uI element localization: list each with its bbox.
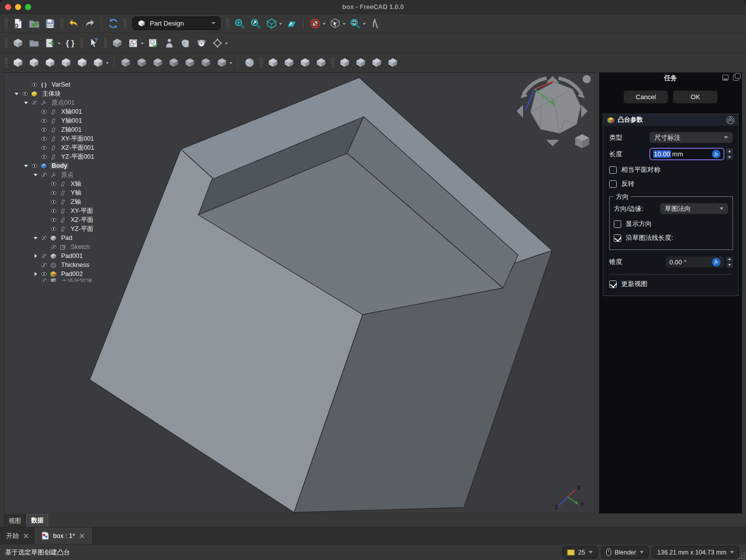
collapse-section-icon[interactable] bbox=[726, 116, 734, 124]
tree-item-label[interactable]: Y轴 bbox=[69, 189, 83, 197]
toolbar-drag-handle[interactable] bbox=[226, 18, 229, 29]
collapse-arrow-icon[interactable] bbox=[24, 165, 28, 169]
tree-item-Pad[interactable]: Pad bbox=[10, 233, 145, 242]
tree-item-label[interactable]: XY-平面001 bbox=[60, 135, 96, 143]
create-varset-button[interactable] bbox=[63, 36, 78, 51]
tree-item-YZ-平面[interactable]: YZ-平面 bbox=[10, 224, 145, 233]
tree-item-label[interactable]: XY-平面 bbox=[69, 207, 95, 215]
tree-item-label[interactable]: XZ-平面 bbox=[69, 216, 95, 224]
tree-item-label[interactable]: 原点 bbox=[60, 171, 75, 179]
fit-all-button[interactable] bbox=[232, 16, 247, 31]
visibility-off-icon[interactable] bbox=[31, 100, 38, 106]
tree-item-label[interactable]: X轴 bbox=[69, 180, 83, 188]
create-datum-button[interactable] bbox=[162, 36, 177, 51]
tree-item-label[interactable]: Z轴 bbox=[69, 198, 82, 206]
collapse-panel-icon[interactable] bbox=[722, 75, 728, 81]
tree-item-XY-平面001[interactable]: XY-平面001 bbox=[10, 134, 145, 143]
create-body-button[interactable] bbox=[110, 36, 125, 51]
tree-item-label[interactable]: YZ-平面001 bbox=[60, 153, 96, 161]
chevron-down-icon[interactable] bbox=[141, 43, 144, 46]
polar-pattern-button[interactable] bbox=[369, 55, 384, 70]
toolbar-drag-handle[interactable] bbox=[5, 18, 8, 29]
tree-item-label[interactable]: Sketch bbox=[69, 243, 91, 250]
tree-item-label[interactable]: YZ-平面 bbox=[69, 225, 95, 233]
tree-item-label[interactable]: Pad bbox=[60, 234, 74, 241]
toolbar-drag-handle[interactable] bbox=[123, 18, 127, 29]
create-shapebinder-button[interactable] bbox=[178, 36, 193, 51]
tree-item-原点[interactable]: 原点 bbox=[10, 170, 145, 179]
tree-item-X轴[interactable]: X轴 bbox=[10, 179, 145, 188]
pad-button[interactable] bbox=[11, 55, 26, 70]
collapse-arrow-icon[interactable] bbox=[15, 93, 19, 97]
tree-item-XZ-平面[interactable]: XZ-平面 bbox=[10, 215, 145, 224]
visibility-on-icon[interactable] bbox=[41, 145, 48, 151]
collapse-arrow-icon[interactable] bbox=[34, 174, 38, 178]
chevron-down-icon[interactable] bbox=[229, 62, 232, 66]
tab-document-box[interactable]: box : 1* ✕ bbox=[35, 527, 92, 544]
refresh-button[interactable] bbox=[106, 16, 121, 31]
chamfer-button[interactable] bbox=[282, 55, 297, 70]
box-element-selection-button[interactable] bbox=[328, 16, 343, 31]
chevron-down-icon[interactable] bbox=[343, 23, 346, 27]
tree-item-Pad001[interactable]: Pad001 bbox=[10, 251, 145, 260]
visibility-off-icon[interactable] bbox=[50, 244, 57, 250]
chevron-down-icon[interactable] bbox=[363, 23, 366, 27]
create-sketch-button[interactable] bbox=[126, 36, 141, 51]
tree-item-Thickness[interactable]: Thickness bbox=[10, 260, 145, 269]
toolbar-drag-handle[interactable] bbox=[331, 57, 335, 68]
tab-start[interactable]: 开始 ✕ bbox=[0, 527, 35, 544]
additive-primitive-button[interactable] bbox=[91, 55, 106, 70]
boolean-operation-button[interactable] bbox=[242, 55, 257, 70]
subtractive-loft-button[interactable] bbox=[166, 55, 181, 70]
create-datum-object-button[interactable] bbox=[210, 36, 225, 51]
hole-button[interactable] bbox=[134, 55, 149, 70]
revolution-button[interactable] bbox=[27, 55, 42, 70]
length-input[interactable]: 10.00 mm fx bbox=[649, 148, 724, 160]
multi-transform-button[interactable] bbox=[385, 55, 400, 70]
visibility-on-icon[interactable] bbox=[41, 109, 48, 115]
tree-item-Z轴001[interactable]: Z轴001 bbox=[10, 125, 145, 134]
show-direction-checkbox[interactable] bbox=[614, 220, 621, 228]
visibility-on-icon[interactable] bbox=[50, 199, 57, 205]
mirrored-button[interactable] bbox=[337, 55, 352, 70]
visibility-on-icon[interactable] bbox=[31, 163, 38, 169]
fillet-button[interactable] bbox=[266, 55, 281, 70]
tree-item-XZ-平面001[interactable]: XZ-平面001 bbox=[10, 143, 145, 152]
groove-button[interactable] bbox=[150, 55, 165, 70]
new-document-button[interactable] bbox=[11, 16, 26, 31]
axonometric-view-button[interactable] bbox=[264, 16, 279, 31]
additive-loft-button[interactable] bbox=[43, 55, 58, 70]
tree-item-label[interactable]: VarSet bbox=[50, 81, 72, 88]
tree-item-label[interactable]: Y轴001 bbox=[60, 117, 84, 125]
create-part-button[interactable] bbox=[11, 36, 26, 51]
visibility-off-icon[interactable] bbox=[41, 262, 48, 268]
visibility-on-icon[interactable] bbox=[41, 127, 48, 133]
close-tab-icon[interactable]: ✕ bbox=[79, 532, 85, 540]
cancel-button[interactable]: Cancel bbox=[623, 90, 668, 104]
expand-arrow-icon[interactable] bbox=[35, 272, 39, 276]
visibility-on-icon[interactable] bbox=[50, 226, 57, 232]
reversed-checkbox[interactable] bbox=[609, 180, 617, 188]
save-document-button[interactable] bbox=[43, 16, 58, 31]
tree-item-label[interactable]: 原点001 bbox=[50, 99, 76, 107]
subtractive-primitive-button[interactable] bbox=[214, 55, 229, 70]
chevron-down-icon[interactable] bbox=[323, 23, 326, 27]
workbench-selector[interactable]: Part Design bbox=[132, 17, 220, 30]
validate-sketch-button[interactable] bbox=[146, 36, 161, 51]
tree-item-label[interactable]: X轴001 bbox=[60, 108, 84, 116]
view-dimensions-dropdown[interactable]: 136.21 mm x 104.73 mm bbox=[652, 546, 739, 558]
visibility-on-icon[interactable] bbox=[41, 118, 48, 124]
tree-item-label[interactable]: Thickness bbox=[60, 261, 91, 268]
collapse-arrow-icon[interactable] bbox=[34, 237, 38, 241]
update-view-checkbox[interactable] bbox=[609, 281, 617, 288]
subtractive-helix-button[interactable] bbox=[198, 55, 213, 70]
chevron-down-icon[interactable] bbox=[225, 43, 228, 46]
tree-item-主体块镜像[interactable]: 主体块镜像 bbox=[10, 278, 145, 282]
visibility-on-icon[interactable] bbox=[50, 208, 57, 214]
visibility-off-icon[interactable] bbox=[41, 253, 48, 259]
expand-arrow-icon[interactable] bbox=[35, 254, 39, 258]
visibility-off-icon[interactable] bbox=[41, 172, 48, 178]
tree-item-label[interactable]: XZ-平面001 bbox=[60, 144, 96, 152]
tree-item-Y轴001[interactable]: Y轴001 bbox=[10, 116, 145, 125]
tree-item-X轴001[interactable]: X轴001 bbox=[10, 107, 145, 116]
